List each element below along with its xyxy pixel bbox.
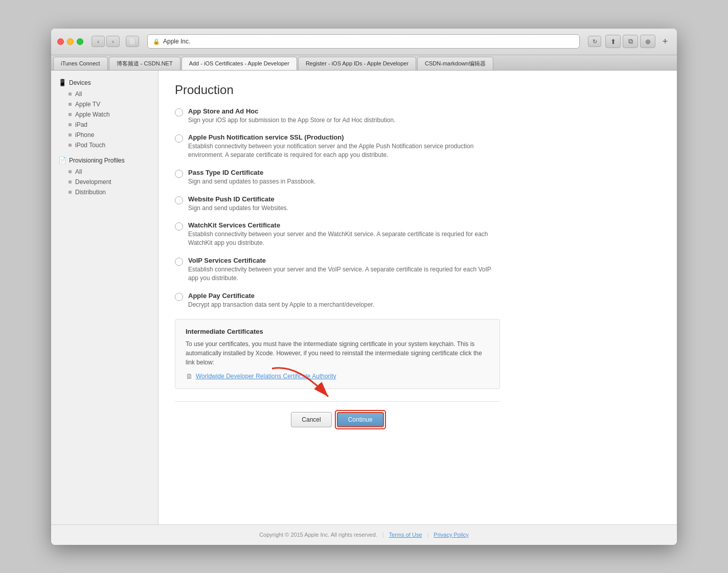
cert-name-apns: Apple Push Notification service SSL (Pro…	[188, 133, 500, 141]
bullet-icon	[69, 123, 72, 126]
sidebar: 📱 Devices All Apple TV Apple Watch iPad	[51, 71, 158, 524]
cert-desc-applepay: Decrypt app transaction data sent by App…	[188, 301, 374, 309]
bullet-icon	[69, 170, 72, 173]
bullet-icon	[69, 133, 72, 136]
cancel-button[interactable]: Cancel	[291, 412, 331, 427]
copyright-text: Copyright © 2015 Apple Inc. All rights r…	[259, 532, 377, 538]
extensions-button[interactable]: ⊕	[640, 35, 655, 48]
radio-passtype[interactable]	[175, 170, 183, 178]
radio-voip[interactable]	[175, 258, 183, 266]
intermediate-title: Intermediate Certificates	[186, 328, 489, 335]
bullet-icon	[69, 113, 72, 116]
tab-register-app-ids[interactable]: Register - iOS App IDs - Apple Developer	[298, 57, 416, 70]
radio-appstore[interactable]	[175, 108, 183, 117]
cert-name-watchkit: WatchKit Services Certificate	[188, 221, 500, 229]
toolbar-buttons: ⬆ ⧉ ⊕	[605, 35, 655, 48]
sidebar-item-apple-tv[interactable]: Apple TV	[51, 99, 158, 109]
bullet-icon	[69, 93, 72, 96]
cert-file-icon: 🗎	[186, 372, 193, 380]
bullet-icon	[69, 144, 72, 147]
radio-watchkit[interactable]	[175, 222, 183, 231]
button-row: Cancel Continue	[175, 401, 500, 440]
lock-icon: 🔒	[153, 38, 160, 45]
cert-name-appstore: App Store and Ad Hoc	[188, 107, 396, 115]
cert-name-applepay: Apple Pay Certificate	[188, 292, 374, 300]
back-button[interactable]: ‹	[92, 36, 105, 47]
main-content: 📱 Devices All Apple TV Apple Watch iPad	[51, 71, 677, 524]
cert-option-websitepush: Website Push ID Certificate Sign and sen…	[175, 195, 500, 213]
continue-button[interactable]: Continue	[337, 412, 384, 427]
cert-option-voip: VoIP Services Certificate Establish conn…	[175, 257, 500, 283]
content-area: Production App Store and Ad Hoc Sign you…	[158, 71, 677, 524]
bullet-icon	[69, 180, 72, 184]
cert-desc-websitepush: Sign and send updates for Websites.	[188, 204, 288, 213]
cert-option-appstore: App Store and Ad Hoc Sign your iOS app f…	[175, 107, 500, 125]
bullet-icon	[69, 191, 72, 194]
forward-button[interactable]: ›	[106, 36, 120, 47]
sidebar-item-all-devices[interactable]: All	[51, 89, 158, 99]
sidebar-item-apple-watch[interactable]: Apple Watch	[51, 109, 158, 120]
add-tab-button[interactable]: +	[659, 36, 671, 47]
share-button[interactable]: ⬆	[605, 35, 621, 48]
tabs-bar: iTunes Connect 博客频道 - CSDN.NET Add - iOS…	[51, 55, 677, 71]
tab-csdn-blog[interactable]: 博客频道 - CSDN.NET	[109, 57, 180, 70]
tab-csdn-markdown[interactable]: CSDN-markdown编辑器	[417, 57, 493, 70]
sidebar-item-iphone[interactable]: iPhone	[51, 130, 158, 140]
tab-itunes-connect[interactable]: iTunes Connect	[53, 57, 108, 70]
intermediate-section: Intermediate Certificates To use your ce…	[175, 319, 500, 389]
cert-option-passtype: Pass Type ID Certificate Sign and send u…	[175, 169, 500, 186]
terms-of-use-link[interactable]: Terms of Use	[389, 532, 422, 538]
cert-option-apns: Apple Push Notification service SSL (Pro…	[175, 133, 500, 159]
new-tab-button[interactable]: ⧉	[623, 35, 638, 48]
page-title: Production	[175, 83, 500, 97]
cert-desc-watchkit: Establish connectivity between your serv…	[188, 230, 500, 247]
cert-desc-voip: Establish connectivity between your serv…	[188, 265, 500, 283]
title-bar: ‹ › ⬜ 🔒 Apple Inc. ↻ ⬆ ⧉ ⊕ +	[51, 29, 677, 55]
radio-websitepush[interactable]	[175, 196, 183, 204]
cert-option-watchkit: WatchKit Services Certificate Establish …	[175, 221, 500, 247]
provisioning-icon: 📄	[58, 156, 66, 165]
minimize-button[interactable]	[67, 38, 74, 45]
address-text: Apple Inc.	[163, 38, 190, 45]
radio-apns[interactable]	[175, 134, 183, 143]
sidebar-item-all-profiles[interactable]: All	[51, 167, 158, 177]
privacy-policy-link[interactable]: Privacy Policy	[434, 532, 468, 538]
cert-link-row: 🗎 Worldwide Developer Relations Certific…	[186, 372, 489, 380]
address-bar[interactable]: 🔒 Apple Inc.	[147, 34, 580, 49]
sidebar-item-ipad[interactable]: iPad	[51, 120, 158, 130]
traffic-lights	[57, 38, 83, 45]
close-button[interactable]	[57, 38, 64, 45]
devices-icon: 📱	[58, 79, 66, 87]
cert-desc-appstore: Sign your iOS app for submission to the …	[188, 116, 396, 125]
maximize-button[interactable]	[77, 38, 83, 45]
sidebar-item-development[interactable]: Development	[51, 177, 158, 187]
cert-name-passtype: Pass Type ID Certificate	[188, 169, 316, 176]
cert-name-websitepush: Website Push ID Certificate	[188, 195, 288, 203]
sidebar-devices-header[interactable]: 📱 Devices	[51, 77, 158, 89]
sidebar-item-ipod-touch[interactable]: iPod Touch	[51, 140, 158, 150]
radio-applepay[interactable]	[175, 293, 183, 301]
tab-view-button[interactable]: ⬜	[126, 36, 139, 47]
cert-authority-link[interactable]: Worldwide Developer Relations Certificat…	[196, 373, 336, 380]
cert-name-voip: VoIP Services Certificate	[188, 257, 500, 264]
continue-button-wrapper: Continue	[337, 412, 384, 427]
bullet-icon	[69, 103, 72, 106]
intermediate-desc: To use your certificates, you must have …	[186, 339, 489, 367]
cert-desc-passtype: Sign and send updates to passes in Passb…	[188, 177, 316, 186]
footer: Copyright © 2015 Apple Inc. All rights r…	[51, 524, 677, 545]
cert-desc-apns: Establish connectivity between your noti…	[188, 142, 500, 159]
tab-add-ios-certs[interactable]: Add - iOS Certificates - Apple Developer	[181, 57, 297, 70]
content-inner: Production App Store and Ad Hoc Sign you…	[158, 71, 516, 452]
footer-divider2: |	[427, 532, 429, 538]
footer-divider: |	[382, 532, 384, 538]
reload-button[interactable]: ↻	[588, 36, 601, 47]
sidebar-provisioning-header[interactable]: 📄 Provisioning Profiles	[51, 154, 158, 167]
sidebar-item-distribution[interactable]: Distribution	[51, 187, 158, 197]
cert-option-applepay: Apple Pay Certificate Decrypt app transa…	[175, 292, 500, 309]
nav-buttons: ‹ ›	[92, 36, 120, 47]
